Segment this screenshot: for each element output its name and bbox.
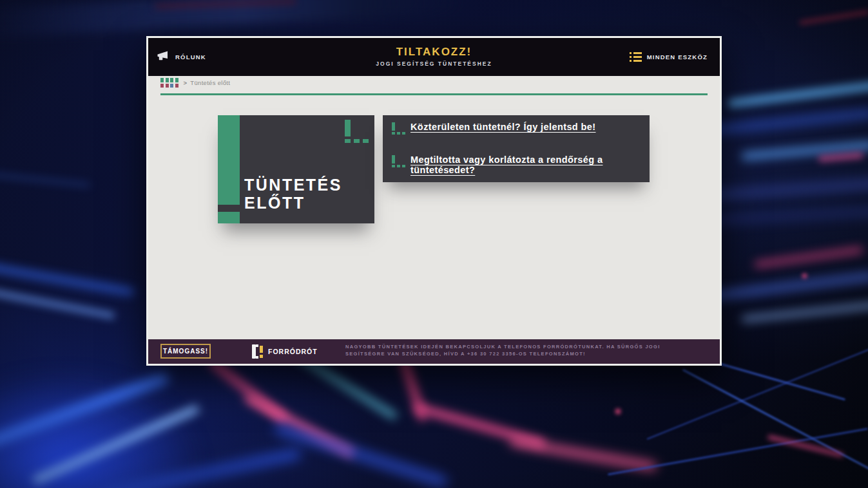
site-header: RÓLUNK TILTAKOZZ! JOGI SEGÍTSÉG TÜNTETÉS… (148, 38, 720, 76)
hotline-label: FORRÓDRÓT (268, 348, 318, 355)
site-logo-bars-icon[interactable] (160, 78, 178, 88)
site-footer: TÁMOGASS! FORRÓDRÓT NAGYOBB TÜNTETÉSEK I… (148, 339, 720, 364)
nav-all-tools[interactable]: MINDEN ESZKÖZ (630, 38, 708, 76)
list-item: Közterületen tüntetnél? Így jelentsd be! (392, 122, 596, 135)
article-link-panel: Közterületen tüntetnél? Így jelentsd be!… (383, 115, 650, 182)
article-link-bejelentes[interactable]: Közterületen tüntetnél? Így jelentsd be! (410, 122, 596, 132)
alert-exclamation-icon (392, 122, 405, 135)
breadcrumb-current[interactable]: Tüntetés előtt (190, 79, 230, 86)
hotline-link[interactable]: FORRÓDRÓT (252, 339, 318, 364)
hotline-phone-icon (252, 344, 263, 359)
support-button[interactable]: TÁMOGASS! (160, 344, 211, 359)
green-divider (160, 93, 708, 95)
feature-card-tuntetes-elott[interactable]: TÜNTETÉS ELŐTT (218, 115, 374, 223)
breadcrumb-separator: > (184, 79, 188, 86)
hotline-notice: NAGYOBB TÜNTETÉSEK IDEJÉN BEKAPCSOLJUK A… (345, 343, 670, 358)
alert-exclamation-icon (345, 120, 369, 143)
feature-card-dark-band (218, 205, 244, 212)
breadcrumb: > Tüntetés előtt (160, 78, 230, 88)
nav-all-tools-label: MINDEN ESZKÖZ (647, 53, 708, 61)
list-icon (630, 52, 642, 62)
article-link-megtiltotta[interactable]: Megtiltotta vagy korlátozta a rendőrség … (410, 155, 650, 175)
alert-exclamation-icon (392, 155, 405, 167)
site-frame: RÓLUNK TILTAKOZZ! JOGI SEGÍTSÉG TÜNTETÉS… (146, 36, 722, 366)
feature-card-title: TÜNTETÉS ELŐTT (244, 176, 342, 212)
list-item: Megtiltotta vagy korlátozta a rendőrség … (392, 155, 650, 175)
breadcrumb-text: > Tüntetés előtt (184, 79, 231, 86)
